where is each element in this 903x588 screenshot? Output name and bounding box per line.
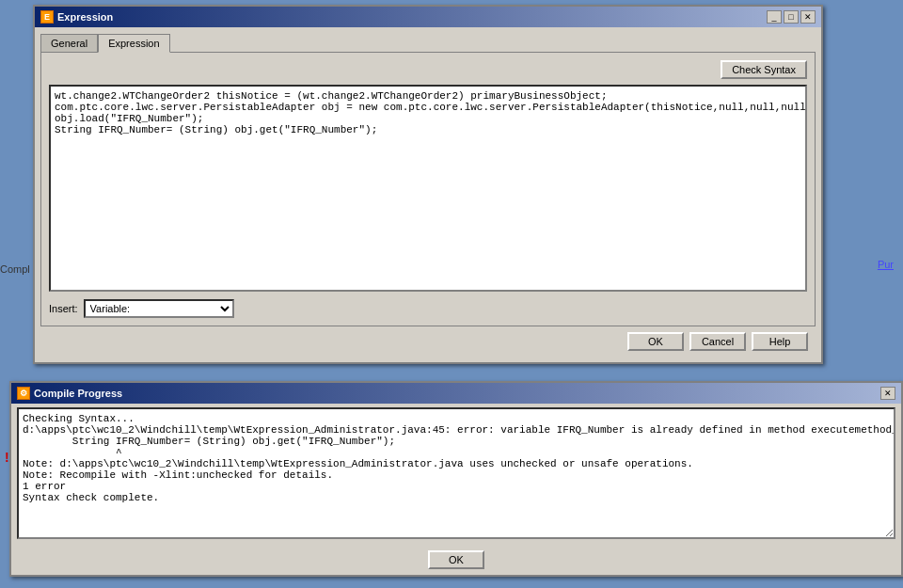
insert-select[interactable]: Variable: Method: Constant: <box>84 299 234 318</box>
expression-titlebar: E Expression _ □ ✕ <box>35 7 821 27</box>
titlebar-controls: _ □ ✕ <box>767 10 816 24</box>
code-area-wrapper <box>49 85 807 294</box>
compile-footer: OK <box>11 545 901 575</box>
maximize-btn[interactable]: □ <box>784 10 799 24</box>
exclamation-mark: ! <box>5 450 9 465</box>
expression-title: Expression <box>57 11 113 23</box>
check-syntax-row: Check Syntax <box>49 60 807 79</box>
tabs-bar: General Expression <box>40 33 816 52</box>
compile-close-btn[interactable]: ✕ <box>880 387 895 400</box>
cancel-button[interactable]: Cancel <box>689 332 746 351</box>
background-link[interactable]: Pur <box>878 259 894 270</box>
check-syntax-button[interactable]: Check Syntax <box>721 60 807 79</box>
background-compl: Compl <box>0 263 30 275</box>
compile-ok-button[interactable]: OK <box>428 550 484 569</box>
tab-expression-content: Check Syntax Insert: Variable: Method: C… <box>40 52 816 326</box>
compile-titlebar: ⚙ Compile Progress ✕ <box>11 383 901 404</box>
dialog-footer: OK Cancel Help <box>40 326 816 357</box>
insert-row: Insert: Variable: Method: Constant: <box>49 299 807 318</box>
compile-title: Compile Progress <box>34 388 122 399</box>
compile-titlebar-left: ⚙ Compile Progress <box>17 387 122 400</box>
insert-label: Insert: <box>49 303 78 314</box>
help-button[interactable]: Help <box>752 332 808 351</box>
titlebar-left: E Expression <box>40 10 113 24</box>
expression-dialog: E Expression _ □ ✕ General Expression Ch… <box>33 5 823 364</box>
tab-expression[interactable]: Expression <box>98 34 169 53</box>
tab-general[interactable]: General <box>40 34 98 53</box>
compile-output[interactable] <box>17 407 895 539</box>
compile-progress-dialog: ⚙ Compile Progress ✕ OK <box>9 381 903 577</box>
code-editor[interactable] <box>49 85 807 292</box>
compile-content <box>11 404 901 545</box>
minimize-btn[interactable]: _ <box>767 10 782 24</box>
expression-icon: E <box>40 10 54 24</box>
compile-titlebar-controls: ✕ <box>880 387 895 400</box>
ok-button[interactable]: OK <box>627 332 684 351</box>
close-btn[interactable]: ✕ <box>800 10 816 24</box>
compile-icon: ⚙ <box>17 387 30 400</box>
dialog-content: General Expression Check Syntax Insert: … <box>35 27 821 362</box>
